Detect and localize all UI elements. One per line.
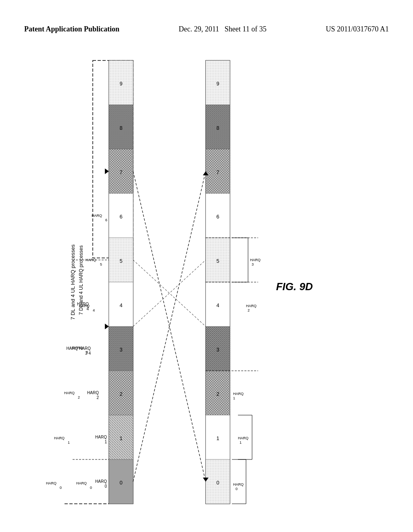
svg-marker-67: [105, 168, 109, 174]
svg-text:1: 1: [233, 396, 235, 400]
svg-text:1: 1: [216, 435, 219, 441]
svg-text:3: 3: [252, 262, 254, 266]
svg-text:9: 9: [216, 81, 219, 87]
svg-text:7: 7: [119, 169, 122, 175]
svg-text:HARQ: HARQ: [250, 258, 261, 262]
svg-text:HARQ: HARQ: [246, 304, 257, 308]
svg-text:0: 0: [236, 487, 238, 491]
diagram-title: 7 DL and 4 UL HARQ processes: [70, 244, 76, 320]
date-label: Dec. 29, 2011 Sheet 11 of 35: [179, 24, 267, 34]
svg-text:5: 5: [216, 258, 219, 264]
svg-text:6: 6: [105, 218, 107, 222]
date-text: Dec. 29, 2011: [179, 25, 219, 33]
svg-text:HARQ: HARQ: [233, 392, 244, 396]
svg-text:HARQ: HARQ: [87, 391, 99, 395]
svg-text:HARQ: HARQ: [72, 346, 83, 350]
sheet-text: Sheet 11 of 35: [225, 25, 267, 33]
svg-text:7: 7: [216, 169, 219, 175]
main-diagram: 7 DL and 4 UL HARQ processes: [0, 56, 413, 524]
svg-text:1: 1: [68, 441, 70, 445]
svg-text:4: 4: [216, 302, 219, 308]
svg-text:1: 1: [240, 441, 242, 445]
svg-text:3: 3: [119, 347, 122, 353]
figure-label: FIG. 9D: [276, 281, 313, 293]
svg-text:0: 0: [104, 484, 107, 488]
svg-text:4: 4: [119, 302, 122, 308]
svg-text:HARQ: HARQ: [233, 482, 244, 486]
svg-text:HARQ: HARQ: [46, 481, 56, 485]
svg-text:HARQ: HARQ: [95, 479, 107, 484]
svg-text:0: 0: [119, 480, 122, 486]
svg-text:1: 1: [119, 435, 122, 441]
svg-text:6: 6: [119, 214, 122, 220]
svg-text:5: 5: [100, 262, 102, 266]
svg-text:2: 2: [216, 391, 219, 397]
svg-text:8: 8: [119, 125, 122, 131]
svg-text:8: 8: [216, 125, 219, 131]
svg-text:HARQ: HARQ: [76, 481, 87, 485]
svg-text:HARQ: HARQ: [95, 435, 107, 439]
svg-text:HARQ: HARQ: [64, 391, 75, 395]
svg-text:0: 0: [216, 480, 219, 486]
svg-text:6: 6: [216, 214, 219, 220]
svg-text:0: 0: [90, 486, 92, 490]
svg-text:4: 4: [93, 308, 95, 312]
svg-marker-68: [105, 324, 109, 329]
svg-text:0: 0: [60, 486, 62, 490]
svg-text:9: 9: [119, 81, 122, 87]
svg-text:3: 3: [216, 347, 219, 353]
svg-text:HARQ: HARQ: [238, 436, 248, 440]
svg-text:1: 1: [104, 440, 107, 444]
svg-text:2: 2: [248, 308, 250, 312]
svg-text:5: 5: [119, 258, 122, 264]
svg-text:2: 2: [96, 395, 99, 400]
publication-label: Patent Application Publication: [24, 24, 119, 34]
svg-text:2: 2: [78, 395, 80, 399]
svg-text:3: 3: [86, 350, 88, 354]
patent-number: US 2011/0317670 A1: [326, 24, 389, 34]
svg-text:HARQ: HARQ: [54, 436, 65, 440]
svg-text:2: 2: [119, 391, 122, 397]
diagram-description-text: 7 DL and 4 UL HARQ processes: [78, 245, 84, 315]
svg-text:HARQ: HARQ: [92, 214, 102, 218]
page-header: Patent Application Publication Dec. 29, …: [0, 24, 413, 34]
